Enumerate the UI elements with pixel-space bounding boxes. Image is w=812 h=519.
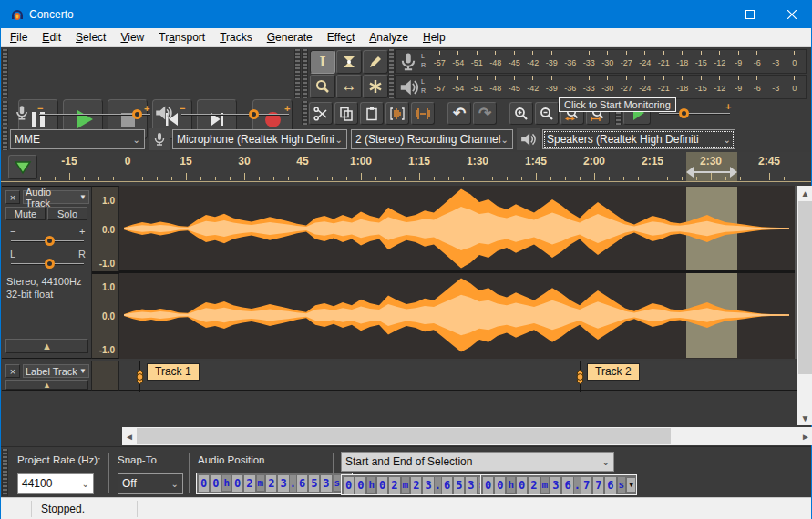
label-handle[interactable]	[574, 370, 586, 384]
vertical-scrollbar-thumb[interactable]	[798, 201, 812, 374]
gain-knob[interactable]	[45, 236, 55, 246]
audio-position-field[interactable]: 00h02m23.653s▼	[196, 473, 353, 494]
audio-track-menu[interactable]: Audio Track▼	[23, 190, 89, 204]
selection-toolbar-grip[interactable]	[2, 449, 8, 496]
menu-item-tracks[interactable]: Tracks	[212, 29, 260, 46]
label-track-collapse-button[interactable]: ▲	[5, 380, 88, 390]
undo-button[interactable]: ↶	[447, 102, 471, 125]
pan-knob[interactable]	[45, 259, 55, 269]
menu-item-analyze[interactable]: Analyze	[362, 29, 416, 46]
label-text-chip[interactable]: Track 1	[147, 363, 200, 381]
channels-select[interactable]: 2 (Stereo) Recording Channels⌄	[351, 129, 513, 149]
edit-toolbar-grip[interactable]	[302, 101, 308, 125]
audio-position-digit[interactable]: 0	[232, 475, 242, 492]
speed-slider[interactable]	[659, 113, 730, 115]
cut-button[interactable]	[309, 102, 333, 125]
label-text-chip[interactable]: Track 2	[587, 363, 640, 381]
selection-range-mode-select[interactable]: Start and End of Selection⌄	[341, 452, 614, 472]
timeshift-tool-button[interactable]: ↔	[336, 75, 362, 98]
menu-item-select[interactable]: Select	[68, 29, 113, 46]
audio-position-digit[interactable]: 2	[266, 475, 276, 492]
minimize-button[interactable]	[687, 1, 729, 28]
selection-start-digit[interactable]: 6	[442, 477, 452, 494]
menu-item-generate[interactable]: Generate	[260, 29, 320, 46]
vertical-scrollbar[interactable]: ▲ ▼	[797, 186, 812, 425]
horizontal-scrollbar[interactable]: ◄ ►	[122, 427, 812, 445]
selection-start-digit[interactable]: 0	[355, 477, 365, 494]
selection-start-digit[interactable]: 3	[423, 477, 433, 494]
selection-end-digit[interactable]: 6	[562, 477, 572, 494]
maximize-button[interactable]	[729, 1, 771, 28]
tools-toolbar-grip[interactable]	[302, 49, 308, 98]
menu-item-view[interactable]: View	[113, 29, 151, 46]
audio-position-digit[interactable]: 0	[199, 475, 209, 492]
selection-start-digit[interactable]: 5	[454, 477, 464, 494]
silence-audio-button[interactable]	[411, 102, 435, 125]
audio-position-digit[interactable]: 5	[309, 475, 319, 492]
selection-end-dropdown-arrow[interactable]: ▼	[627, 478, 635, 492]
transport-toolbar-grip[interactable]	[2, 49, 8, 98]
label-track-content[interactable]: Track 1Track 2	[119, 361, 797, 391]
solo-button[interactable]: Solo	[47, 207, 87, 220]
label-handle[interactable]	[134, 370, 146, 384]
multi-tool-button[interactable]	[363, 75, 388, 98]
record-volume-knob[interactable]	[132, 109, 142, 119]
audio-position-digit[interactable]: 3	[278, 475, 288, 492]
selection-end-field[interactable]: 00h02m36.776s▼	[480, 474, 637, 495]
selection-start-digit[interactable]: 0	[377, 477, 387, 494]
recording-meter[interactable]: L R -57-54-51-48-45-42-39-36-33-30-27-24…	[395, 49, 807, 74]
selection-end-digit[interactable]: 7	[581, 477, 591, 494]
scroll-down-arrow[interactable]: ▼	[797, 411, 812, 425]
zoom-out-button[interactable]	[535, 102, 559, 125]
selection-drag-bar[interactable]	[692, 171, 732, 173]
playback-meter[interactable]: L R -57-54-51-48-45-42-39-36-33-30-27-24…	[395, 75, 807, 99]
transport-toolbar-grip-end[interactable]	[294, 49, 301, 98]
copy-button[interactable]	[334, 102, 358, 125]
audio-position-digit[interactable]: 2	[244, 475, 254, 492]
selection-left-arrow[interactable]	[686, 167, 694, 178]
waveform-display[interactable]	[119, 186, 797, 359]
selection-end-digit[interactable]: 3	[550, 477, 560, 494]
title-bar[interactable]: Concerto	[1, 1, 811, 28]
label-track-close-button[interactable]: ×	[5, 364, 20, 378]
playback-volume-slider[interactable]	[181, 114, 289, 116]
selection-end-digit[interactable]: 6	[605, 477, 615, 494]
audio-host-select[interactable]: MME⌄	[10, 129, 145, 149]
playback-volume-knob[interactable]	[249, 109, 259, 119]
audio-position-digit[interactable]: 3	[321, 475, 331, 492]
selection-start-digit[interactable]: 2	[411, 477, 421, 494]
selection-start-digit[interactable]: 3	[466, 477, 476, 494]
output-device-select[interactable]: Speakers (Realtek High Definiti⌄	[542, 129, 735, 149]
selection-tool-button[interactable]: I	[310, 50, 335, 74]
audio-position-digit[interactable]: 0	[211, 475, 221, 492]
trim-audio-button[interactable]	[385, 102, 409, 125]
selection-right-arrow[interactable]	[730, 167, 737, 178]
input-device-select[interactable]: Microphone (Realtek High Defini⌄	[172, 129, 347, 149]
redo-button[interactable]: ↷	[473, 102, 497, 125]
scroll-left-arrow[interactable]: ◄	[122, 427, 137, 445]
pin-playhead-button[interactable]	[8, 155, 37, 179]
audio-track-collapse-button[interactable]: ▲	[5, 339, 88, 353]
audio-track-close-button[interactable]: ×	[5, 190, 20, 204]
scroll-up-arrow[interactable]: ▲	[797, 186, 812, 200]
zoom-tool-button[interactable]	[310, 75, 335, 98]
mute-button[interactable]: Mute	[5, 207, 46, 220]
menu-item-edit[interactable]: Edit	[35, 29, 68, 46]
selection-end-digit[interactable]: 0	[495, 477, 505, 494]
project-rate-select[interactable]: 44100⌄	[17, 473, 94, 494]
envelope-tool-button[interactable]	[336, 50, 362, 74]
zoom-in-button[interactable]	[509, 102, 533, 125]
device-toolbar-grip[interactable]	[2, 127, 8, 150]
label-track-menu[interactable]: Label Track▼	[23, 364, 89, 378]
selection-end-digit[interactable]: 7	[593, 477, 603, 494]
menu-item-transport[interactable]: Transport	[151, 29, 212, 46]
selection-end-digit[interactable]: 2	[529, 477, 539, 494]
scroll-right-arrow[interactable]: ►	[798, 427, 812, 445]
selection-start-digit[interactable]: 2	[389, 477, 399, 494]
selection-start-digit[interactable]: 0	[344, 477, 354, 494]
meter-toolbar-grip[interactable]	[388, 49, 395, 98]
menu-item-effect[interactable]: Effect	[320, 29, 362, 46]
horizontal-scrollbar-thumb[interactable]	[137, 428, 671, 444]
mixer-toolbar-grip[interactable]	[2, 101, 8, 125]
draw-tool-button[interactable]	[363, 50, 388, 74]
